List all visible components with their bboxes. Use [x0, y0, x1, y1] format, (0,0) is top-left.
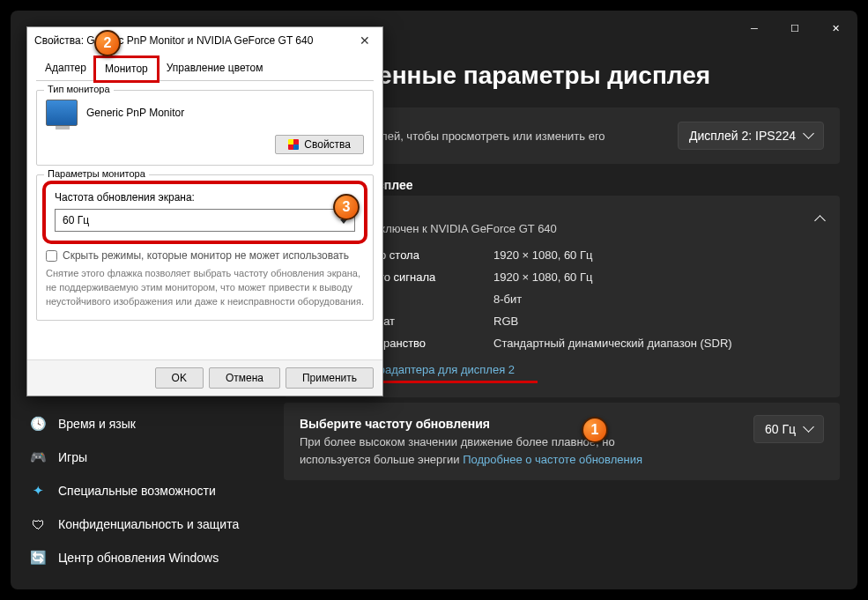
sidebar-icon: 🛡 [30, 517, 46, 532]
dialog-titlebar: Свойства: Generic PnP Monitor и NVIDIA G… [27, 27, 382, 54]
minimize-button[interactable]: ─ [734, 14, 775, 42]
annotation-marker-3: 3 [333, 194, 360, 220]
refresh-rate-highlight: Частота обновления экрана: 60 Гц [46, 184, 364, 241]
annotation-marker-2: 2 [94, 30, 121, 56]
cancel-button[interactable]: Отмена [209, 367, 280, 389]
dialog-close-button[interactable]: ✕ [354, 33, 375, 48]
sidebar-item[interactable]: 🛡Конфиденциальность и защита [18, 507, 268, 541]
chevron-down-icon [805, 422, 812, 436]
help-text: Снятие этого флажка позволяет выбрать ча… [46, 267, 364, 309]
info-value: 8-бит [493, 293, 522, 306]
sidebar-icon: 🔄 [30, 550, 46, 566]
sidebar-item-label: Центр обновления Windows [58, 551, 219, 565]
tab-monitor[interactable]: Монитор [95, 57, 158, 81]
sidebar-item-label: Игры [58, 450, 87, 464]
refresh-rate-panel: Выберите частоту обновления При более вы… [284, 403, 840, 480]
refresh-rate-combobox[interactable]: 60 Гц [55, 209, 355, 232]
monitor-name: Generic PnP Monitor [86, 107, 184, 119]
info-value: RGB [493, 315, 518, 328]
sidebar-icon: 🎮 [30, 449, 46, 465]
shield-icon [288, 139, 299, 150]
chevron-down-icon [805, 129, 812, 143]
info-value: 1920 × 1080, 60 Гц [493, 248, 592, 262]
dialog-tabs: Адаптер Монитор Управление цветом [36, 57, 374, 81]
tab-color-management[interactable]: Управление цветом [158, 57, 272, 80]
rate-title: Выберите частоту обновления [300, 415, 687, 433]
sidebar-item-label: Специальные возможности [58, 484, 216, 498]
freq-label: Частота обновления экрана: [55, 191, 355, 204]
sidebar-icon: ✦ [30, 483, 46, 499]
rate-more-link[interactable]: Подробнее о частоте обновления [463, 453, 642, 466]
monitor-type-group: Тип монитора Generic PnP Monitor Свойств… [36, 90, 374, 166]
sidebar-item[interactable]: 🎮Игры [18, 441, 268, 474]
sidebar-icon: 🕓 [30, 416, 46, 432]
chevron-up-icon[interactable] [816, 212, 824, 231]
ok-button[interactable]: OK [155, 367, 204, 389]
dialog-footer: OK Отмена Применить [27, 359, 382, 396]
info-value: Стандартный динамический диапазон (SDR) [493, 337, 732, 350]
display-selector[interactable]: Дисплей 2: IPS224 [678, 122, 824, 150]
refresh-rate-selector[interactable]: 60 Гц [753, 415, 824, 443]
monitor-icon [46, 100, 78, 126]
maximize-button[interactable]: ☐ [775, 14, 815, 42]
close-button[interactable]: ✕ [815, 14, 856, 42]
monitor-params-group: Параметры монитора Частота обновления эк… [36, 174, 374, 321]
annotation-marker-1: 1 [582, 417, 608, 443]
apply-button[interactable]: Применить [286, 367, 374, 389]
sidebar-item[interactable]: 🕓Время и язык [18, 407, 268, 441]
monitor-properties-dialog: Свойства: Generic PnP Monitor и NVIDIA G… [26, 26, 383, 396]
tab-adapter[interactable]: Адаптер [36, 57, 95, 80]
info-value: 1920 × 1080, 60 Гц [493, 270, 592, 284]
sidebar-item[interactable]: 🔄Центр обновления Windows [18, 541, 268, 574]
monitor-properties-button[interactable]: Свойства [275, 135, 364, 154]
sidebar-item-label: Конфиденциальность и защита [58, 517, 239, 531]
hide-modes-checkbox[interactable]: Скрыть режимы, которые монитор не может … [46, 249, 364, 262]
sidebar-item[interactable]: ✦Специальные возможности [18, 474, 268, 507]
sidebar-item-label: Время и язык [58, 417, 136, 431]
